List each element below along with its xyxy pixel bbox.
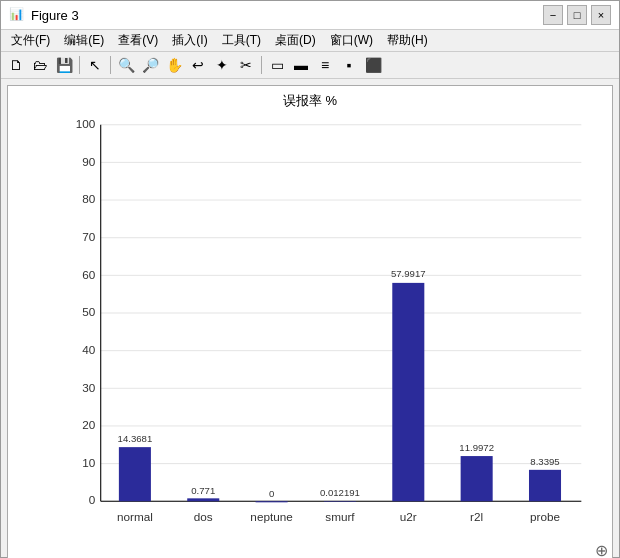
bar-smurf xyxy=(324,501,356,502)
toolbar-fig5[interactable]: ⬛ xyxy=(362,54,384,76)
toolbar-fig4[interactable]: ▪ xyxy=(338,54,360,76)
toolbar-brush[interactable]: ✂ xyxy=(235,54,257,76)
bar-probe xyxy=(529,470,561,501)
bar-neptune xyxy=(256,501,288,502)
svg-text:80: 80 xyxy=(82,192,96,205)
svg-text:probe: probe xyxy=(530,510,560,523)
toolbar-data-cursor[interactable]: ✦ xyxy=(211,54,233,76)
title-bar-left: 📊 Figure 3 xyxy=(9,7,79,23)
bar-normal xyxy=(119,447,151,501)
maximize-button[interactable]: □ xyxy=(567,5,587,25)
toolbar-save[interactable]: 💾 xyxy=(53,54,75,76)
menu-desktop[interactable]: 桌面(D) xyxy=(269,31,322,50)
chart-inner: 0 10 20 30 40 50 60 70 80 90 100 xyxy=(8,110,612,558)
svg-text:40: 40 xyxy=(82,343,96,356)
title-bar: 📊 Figure 3 − □ × xyxy=(1,1,619,30)
svg-text:neptune: neptune xyxy=(250,510,293,523)
bar-u2r xyxy=(392,283,424,501)
menu-help[interactable]: 帮助(H) xyxy=(381,31,434,50)
chart-title: 误报率 % xyxy=(283,92,337,110)
window-icon: 📊 xyxy=(9,7,25,23)
toolbar: 🗋 🗁 💾 ↖ 🔍 🔎 ✋ ↩ ✦ ✂ ▭ ▬ ≡ ▪ ⬛ xyxy=(1,52,619,79)
svg-text:0.012191: 0.012191 xyxy=(320,487,360,498)
svg-text:60: 60 xyxy=(82,268,96,281)
toolbar-open[interactable]: 🗁 xyxy=(29,54,51,76)
svg-text:r2l: r2l xyxy=(470,510,483,523)
bar-r2l xyxy=(461,456,493,501)
toolbar-sep1 xyxy=(79,56,80,74)
toolbar-zoom-out[interactable]: 🔎 xyxy=(139,54,161,76)
svg-text:normal: normal xyxy=(117,510,153,523)
menu-edit[interactable]: 编辑(E) xyxy=(58,31,110,50)
toolbar-fig3[interactable]: ≡ xyxy=(314,54,336,76)
svg-text:14.3681: 14.3681 xyxy=(118,433,153,444)
svg-text:0: 0 xyxy=(89,493,96,506)
zoom-icon[interactable]: ⊕ xyxy=(595,541,608,558)
svg-text:0.771: 0.771 xyxy=(191,485,215,496)
toolbar-rotate[interactable]: ↩ xyxy=(187,54,209,76)
menu-insert[interactable]: 插入(I) xyxy=(166,31,213,50)
title-bar-controls: − □ × xyxy=(543,5,611,25)
toolbar-new[interactable]: 🗋 xyxy=(5,54,27,76)
svg-text:smurf: smurf xyxy=(325,510,355,523)
menu-file[interactable]: 文件(F) xyxy=(5,31,56,50)
svg-text:11.9972: 11.9972 xyxy=(459,442,494,453)
svg-text:u2r: u2r xyxy=(400,510,417,523)
minimize-button[interactable]: − xyxy=(543,5,563,25)
toolbar-select[interactable]: ↖ xyxy=(84,54,106,76)
toolbar-zoom-in[interactable]: 🔍 xyxy=(115,54,137,76)
menu-window[interactable]: 窗口(W) xyxy=(324,31,379,50)
close-button[interactable]: × xyxy=(591,5,611,25)
menu-view[interactable]: 查看(V) xyxy=(112,31,164,50)
window-title: Figure 3 xyxy=(31,8,79,23)
menu-tools[interactable]: 工具(T) xyxy=(216,31,267,50)
svg-text:90: 90 xyxy=(82,155,96,168)
chart-container: 误报率 % xyxy=(7,85,613,558)
toolbar-fig2[interactable]: ▬ xyxy=(290,54,312,76)
svg-text:0: 0 xyxy=(269,488,274,499)
toolbar-sep2 xyxy=(110,56,111,74)
svg-text:50: 50 xyxy=(82,305,96,318)
menu-bar: 文件(F) 编辑(E) 查看(V) 插入(I) 工具(T) 桌面(D) 窗口(W… xyxy=(1,30,619,52)
svg-text:30: 30 xyxy=(82,380,96,393)
svg-text:70: 70 xyxy=(82,230,96,243)
svg-text:10: 10 xyxy=(82,456,96,469)
svg-text:dos: dos xyxy=(194,510,213,523)
toolbar-fig1[interactable]: ▭ xyxy=(266,54,288,76)
toolbar-sep3 xyxy=(261,56,262,74)
svg-text:100: 100 xyxy=(76,117,96,130)
svg-text:57.9917: 57.9917 xyxy=(391,268,426,279)
chart-svg: 0 10 20 30 40 50 60 70 80 90 100 xyxy=(58,114,592,534)
main-window: 📊 Figure 3 − □ × 文件(F) 编辑(E) 查看(V) 插入(I)… xyxy=(0,0,620,558)
svg-text:20: 20 xyxy=(82,418,96,431)
toolbar-pan[interactable]: ✋ xyxy=(163,54,185,76)
bar-dos xyxy=(187,498,219,501)
svg-text:8.3395: 8.3395 xyxy=(530,456,559,467)
